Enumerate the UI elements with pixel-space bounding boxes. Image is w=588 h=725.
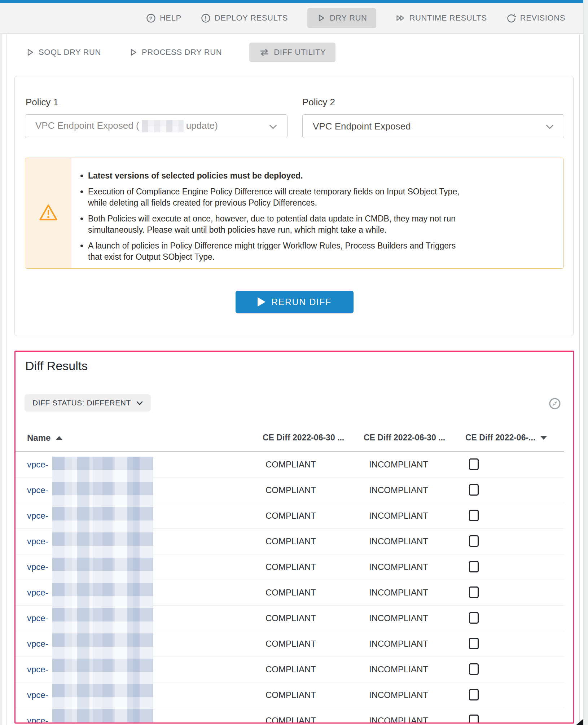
- fast-forward-icon: [396, 13, 405, 23]
- warning-item: A launch of policies in Policy Differenc…: [88, 240, 460, 263]
- column-header-name[interactable]: Name: [27, 433, 62, 443]
- row-status-1: COMPLIANT: [266, 657, 316, 682]
- row-status-1: COMPLIANT: [266, 554, 316, 580]
- row-status-1: COMPLIANT: [266, 452, 316, 477]
- row-status-1: COMPLIANT: [266, 580, 316, 605]
- sort-descending-icon: [540, 436, 547, 440]
- rerun-diff-label: RERUN DIFF: [271, 297, 331, 307]
- sort-ascending-icon: [56, 436, 62, 440]
- row-status-2: INCOMPLIANT: [369, 657, 428, 682]
- row-status-2: INCOMPLIANT: [369, 529, 428, 554]
- policy1-label: Policy 1: [26, 97, 58, 108]
- row-name-link[interactable]: vpce-: [27, 631, 48, 656]
- row-name-link[interactable]: vpce-: [27, 529, 48, 554]
- nav-deploy-results[interactable]: DEPLOY RESULTS: [201, 13, 288, 23]
- tab-soql-dry-run[interactable]: SOQL DRY RUN: [25, 48, 101, 57]
- row-status-2: INCOMPLIANT: [369, 452, 428, 477]
- row-name-link[interactable]: vpce-: [27, 657, 48, 682]
- diff-results-title: Diff Results: [25, 359, 88, 373]
- tab-diff-utility[interactable]: DIFF UTILITY: [249, 43, 335, 62]
- row-status-1: COMPLIANT: [266, 478, 316, 503]
- policy1-select[interactable]: VPC Endpoint Exposed (update): [25, 114, 288, 138]
- warning-list: Latest versions of selected policies mus…: [78, 170, 553, 263]
- policy1-value: VPC Endpoint Exposed (update): [35, 120, 218, 132]
- warning-text-panel: Latest versions of selected policies mus…: [71, 158, 563, 268]
- warning-banner: Latest versions of selected policies mus…: [25, 158, 564, 269]
- deploy-results-icon: [201, 13, 211, 23]
- row-name-link[interactable]: vpce-: [27, 708, 48, 724]
- help-icon: ?: [146, 13, 156, 23]
- screen: ? HELP DEPLOY RESULTS DRY RUN RUNTIME RE…: [0, 0, 588, 725]
- vertical-scrollbar[interactable]: [583, 0, 588, 725]
- row-status-1: COMPLIANT: [266, 708, 316, 724]
- row-status-1: COMPLIANT: [266, 503, 316, 528]
- row-checkbox[interactable]: [469, 561, 479, 572]
- redacted-name-column: [52, 457, 153, 724]
- tab-process-dry-run[interactable]: PROCESS DRY RUN: [128, 48, 222, 57]
- diff-results-panel: Diff Results DIFF STATUS: DIFFERENT Name…: [14, 351, 574, 724]
- warning-item: Latest versions of selected policies mus…: [88, 170, 460, 181]
- nav-revisions[interactable]: REVISIONS: [506, 13, 565, 23]
- left-gutter: [0, 34, 2, 725]
- rerun-diff-button[interactable]: RERUN DIFF: [236, 291, 354, 313]
- row-checkbox[interactable]: [469, 715, 479, 724]
- nav-label: REVISIONS: [520, 13, 565, 23]
- chevron-down-icon: [136, 399, 143, 407]
- row-name-link[interactable]: vpce-: [27, 580, 48, 605]
- row-checkbox[interactable]: [469, 458, 479, 470]
- row-status-2: INCOMPLIANT: [369, 708, 428, 724]
- row-checkbox[interactable]: [469, 689, 479, 700]
- row-checkbox[interactable]: [469, 484, 479, 496]
- nav-help[interactable]: ? HELP: [146, 13, 181, 23]
- nav-label: HELP: [160, 13, 181, 23]
- play-icon: [25, 48, 35, 57]
- row-name-link[interactable]: vpce-: [27, 554, 48, 580]
- row-checkbox[interactable]: [469, 510, 479, 521]
- row-status-1: COMPLIANT: [266, 529, 316, 554]
- redacted-text: [142, 120, 184, 132]
- warning-triangle-icon: [39, 203, 58, 223]
- row-status-2: INCOMPLIANT: [369, 478, 428, 503]
- row-checkbox[interactable]: [469, 663, 479, 675]
- sub-navigation: SOQL DRY RUN PROCESS DRY RUN DIFF UTILIT…: [25, 43, 335, 62]
- nav-runtime-results[interactable]: RUNTIME RESULTS: [396, 13, 487, 23]
- tab-label: PROCESS DRY RUN: [142, 48, 222, 57]
- row-checkbox[interactable]: [469, 638, 479, 649]
- row-name-link[interactable]: vpce-: [27, 478, 48, 503]
- row-status-2: INCOMPLIANT: [369, 580, 428, 605]
- nav-label: RUNTIME RESULTS: [409, 13, 487, 23]
- chevron-down-icon: [546, 121, 554, 132]
- row-status-2: INCOMPLIANT: [369, 631, 428, 656]
- nav-label: DEPLOY RESULTS: [215, 13, 288, 23]
- row-checkbox[interactable]: [469, 586, 479, 598]
- row-name-link[interactable]: vpce-: [27, 606, 48, 631]
- row-name-link[interactable]: vpce-: [27, 682, 48, 708]
- row-checkbox[interactable]: [469, 535, 479, 547]
- row-name-link[interactable]: vpce-: [27, 452, 48, 477]
- column-header-ce-diff-3[interactable]: CE Diff 2022-06-...: [465, 433, 547, 443]
- tab-label: SOQL DRY RUN: [39, 48, 101, 57]
- policy2-value: VPC Endpoint Exposed: [313, 121, 411, 132]
- warning-item: Both Policies will execute at once, howe…: [88, 213, 460, 236]
- top-accent-bar: [0, 0, 583, 3]
- history-icon: [506, 13, 516, 23]
- diff-status-filter-label: DIFF STATUS: DIFFERENT: [32, 399, 131, 407]
- explore-compass-icon[interactable]: [548, 397, 561, 410]
- nav-dry-run[interactable]: DRY RUN: [307, 8, 376, 28]
- tab-label: DIFF UTILITY: [274, 48, 326, 57]
- play-icon: [128, 48, 138, 57]
- play-icon: [258, 297, 266, 307]
- row-status-2: INCOMPLIANT: [369, 503, 428, 528]
- diff-status-filter-button[interactable]: DIFF STATUS: DIFFERENT: [25, 394, 151, 412]
- row-status-1: COMPLIANT: [266, 631, 316, 656]
- column-header-ce-diff-2[interactable]: CE Diff 2022-06-30 ...: [364, 433, 445, 443]
- policy2-select[interactable]: VPC Endpoint Exposed: [302, 114, 564, 138]
- row-name-link[interactable]: vpce-: [27, 503, 48, 528]
- row-checkbox[interactable]: [469, 612, 479, 624]
- top-navigation: ? HELP DEPLOY RESULTS DRY RUN RUNTIME RE…: [0, 3, 583, 34]
- column-header-ce-diff-1[interactable]: CE Diff 2022-06-30 ...: [263, 433, 344, 443]
- row-status-2: INCOMPLIANT: [369, 682, 428, 708]
- warning-item: Execution of Compliance Engine Policy Di…: [88, 186, 460, 208]
- mouse-cursor: [576, 719, 583, 725]
- play-icon: [316, 13, 326, 23]
